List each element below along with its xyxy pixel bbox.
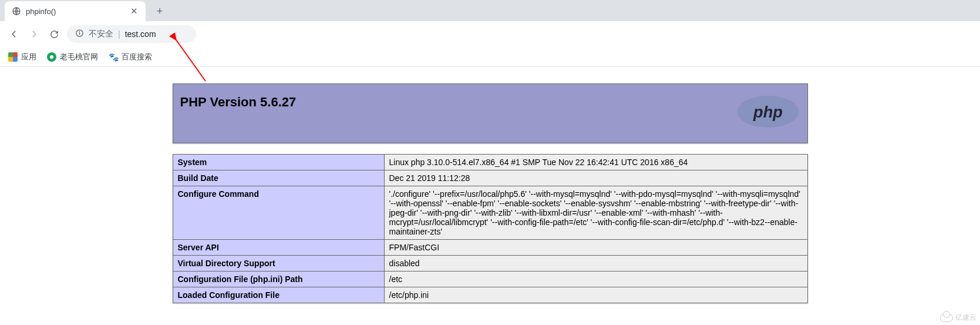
- config-key: System: [173, 155, 384, 170]
- tab-title: phpinfo(): [26, 7, 124, 16]
- table-row: SystemLinux php 3.10.0-514.el7.x86_64 #1…: [173, 155, 807, 170]
- config-value: FPM/FastCGI: [384, 240, 807, 256]
- cloud-icon: [940, 314, 953, 322]
- watermark-text: 亿速云: [955, 313, 976, 323]
- security-label: 不安全: [89, 29, 113, 39]
- apps-icon: [8, 52, 18, 62]
- back-button[interactable]: [7, 27, 21, 41]
- apps-shortcut[interactable]: 应用: [8, 52, 36, 62]
- bookmark-favicon-2: 🐾: [109, 52, 118, 62]
- phpinfo-header-cell: PHP Version 5.6.27 php: [173, 84, 807, 143]
- close-icon[interactable]: ✕: [129, 6, 139, 16]
- php-version-title: PHP Version 5.6.27: [180, 95, 297, 109]
- table-row: Configure Command'./configure' '--prefix…: [173, 186, 807, 240]
- bookmarks-bar: 应用 老毛桃官网 🐾 百度搜索: [0, 47, 980, 67]
- config-value: Linux php 3.10.0-514.el7.x86_64 #1 SMP T…: [384, 155, 807, 170]
- phpinfo-container: PHP Version 5.6.27 php SystemLinux php 3…: [173, 83, 808, 303]
- bookmark-favicon-1: [47, 52, 56, 62]
- config-value: /etc/php.ini: [384, 287, 807, 303]
- browser-chrome: phpinfo() ✕ + 不安全 | test.com 应用: [0, 0, 980, 67]
- config-value: './configure' '--prefix=/usr/local/php5.…: [384, 186, 807, 240]
- config-value: disabled: [384, 256, 807, 272]
- reload-button[interactable]: [47, 27, 61, 41]
- page-content: PHP Version 5.6.27 php SystemLinux php 3…: [0, 83, 980, 303]
- info-icon: [75, 29, 84, 39]
- config-key: Virtual Directory Support: [173, 256, 384, 272]
- phpinfo-header-table: PHP Version 5.6.27 php: [173, 83, 808, 143]
- table-row: Configuration File (php.ini) Path/etc: [173, 272, 807, 287]
- config-key: Build Date: [173, 170, 384, 186]
- bookmark-label-2: 百度搜索: [122, 52, 152, 62]
- table-row: Virtual Directory Supportdisabled: [173, 256, 807, 272]
- config-key: Loaded Configuration File: [173, 287, 384, 303]
- config-key: Configuration File (php.ini) Path: [173, 272, 384, 287]
- config-key: Server API: [173, 240, 384, 256]
- tab-strip: phpinfo() ✕ +: [0, 0, 980, 21]
- bookmark-item-2[interactable]: 🐾 百度搜索: [109, 52, 152, 62]
- browser-tab-active[interactable]: phpinfo() ✕: [5, 1, 146, 21]
- table-row: Build DateDec 21 2019 11:12:28: [173, 170, 807, 186]
- php-logo: php: [736, 95, 800, 132]
- new-tab-button[interactable]: +: [151, 3, 168, 19]
- phpinfo-data-table: SystemLinux php 3.10.0-514.el7.x86_64 #1…: [173, 154, 808, 303]
- config-value: /etc: [384, 272, 807, 287]
- bookmark-label-1: 老毛桃官网: [60, 52, 98, 62]
- config-value: Dec 21 2019 11:12:28: [384, 170, 807, 186]
- table-row: Loaded Configuration File/etc/php.ini: [173, 287, 807, 303]
- svg-text:php: php: [753, 103, 783, 121]
- apps-label: 应用: [21, 52, 36, 62]
- table-row: Server APIFPM/FastCGI: [173, 240, 807, 256]
- config-key: Configure Command: [173, 186, 384, 240]
- bookmark-item-1[interactable]: 老毛桃官网: [47, 52, 98, 62]
- address-bar[interactable]: 不安全 | test.com: [67, 25, 196, 43]
- globe-icon: [12, 6, 21, 16]
- watermark: 亿速云: [940, 313, 976, 323]
- separator: |: [118, 29, 120, 39]
- forward-button[interactable]: [27, 27, 41, 41]
- svg-point-3: [79, 31, 80, 32]
- browser-toolbar: 不安全 | test.com: [0, 21, 980, 47]
- url-text: test.com: [125, 29, 156, 39]
